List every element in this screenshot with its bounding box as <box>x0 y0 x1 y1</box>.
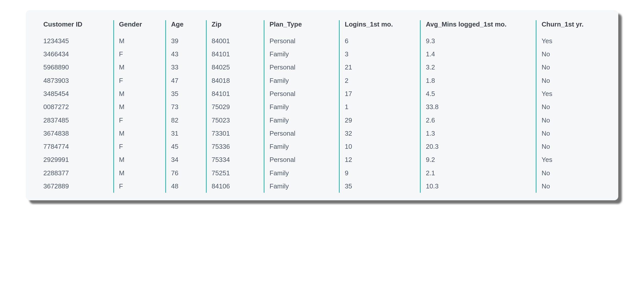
cell-avg-mins: 9.2 <box>420 153 536 166</box>
cell-plan-type: Personal <box>264 87 339 100</box>
header-row: Customer ID Gender Age Zip Plan_Type Log… <box>38 20 606 34</box>
cell-gender: F <box>114 74 166 87</box>
cell-gender: M <box>114 100 166 113</box>
cell-age: 76 <box>166 166 206 180</box>
cell-plan-type: Family <box>264 140 339 153</box>
cell-age: 45 <box>166 140 206 153</box>
cell-zip: 73301 <box>206 127 264 140</box>
cell-avg-mins: 4.5 <box>420 87 536 100</box>
cell-zip: 84106 <box>206 180 264 193</box>
header-logins: Logins_1st mo. <box>339 20 420 34</box>
cell-plan-type: Personal <box>264 34 339 47</box>
cell-logins: 17 <box>339 87 420 100</box>
cell-zip: 84025 <box>206 61 264 74</box>
cell-avg-mins: 33.8 <box>420 100 536 113</box>
cell-age: 34 <box>166 153 206 166</box>
cell-churn: Yes <box>536 87 606 100</box>
cell-logins: 12 <box>339 153 420 166</box>
cell-age: 43 <box>166 47 206 61</box>
cell-customer-id: 4873903 <box>38 74 114 87</box>
cell-logins: 21 <box>339 61 420 74</box>
cell-logins: 32 <box>339 127 420 140</box>
cell-customer-id: 7784774 <box>38 140 114 153</box>
cell-churn: No <box>536 61 606 74</box>
header-churn: Churn_1st yr. <box>536 20 606 34</box>
table-row: 2288377M7675251Family92.1No <box>38 166 606 180</box>
cell-churn: No <box>536 114 606 127</box>
cell-customer-id: 3674838 <box>38 127 114 140</box>
cell-logins: 2 <box>339 74 420 87</box>
cell-age: 47 <box>166 74 206 87</box>
cell-plan-type: Family <box>264 114 339 127</box>
cell-zip: 84001 <box>206 34 264 47</box>
table-row: 3672889F4884106Family3510.3No <box>38 180 606 193</box>
cell-logins: 35 <box>339 180 420 193</box>
header-age: Age <box>166 20 206 34</box>
header-customer-id: Customer ID <box>38 20 114 34</box>
cell-gender: F <box>114 140 166 153</box>
cell-age: 82 <box>166 114 206 127</box>
cell-customer-id: 3466434 <box>38 47 114 61</box>
cell-plan-type: Personal <box>264 127 339 140</box>
header-plan-type: Plan_Type <box>264 20 339 34</box>
header-avg-mins: Avg_Mins logged_1st mo. <box>420 20 536 34</box>
cell-churn: Yes <box>536 34 606 47</box>
cell-gender: M <box>114 87 166 100</box>
table-row: 0087272M7375029Family133.8No <box>38 100 606 113</box>
cell-zip: 75023 <box>206 114 264 127</box>
cell-gender: M <box>114 166 166 180</box>
cell-logins: 6 <box>339 34 420 47</box>
table-body: 1234345M3984001Personal69.3Yes3466434F43… <box>38 34 606 193</box>
cell-age: 39 <box>166 34 206 47</box>
cell-gender: F <box>114 180 166 193</box>
cell-churn: No <box>536 166 606 180</box>
cell-customer-id: 3672889 <box>38 180 114 193</box>
table-row: 4873903F4784018Family21.8No <box>38 74 606 87</box>
cell-zip: 84101 <box>206 47 264 61</box>
table-row: 2837485F8275023Family292.6No <box>38 114 606 127</box>
cell-customer-id: 5968890 <box>38 61 114 74</box>
cell-avg-mins: 2.1 <box>420 166 536 180</box>
cell-customer-id: 2929991 <box>38 153 114 166</box>
cell-avg-mins: 20.3 <box>420 140 536 153</box>
table-row: 5968890M3384025Personal213.2No <box>38 61 606 74</box>
cell-customer-id: 0087272 <box>38 100 114 113</box>
cell-customer-id: 3485454 <box>38 87 114 100</box>
table-row: 3674838M3173301Personal321.3No <box>38 127 606 140</box>
cell-avg-mins: 3.2 <box>420 61 536 74</box>
cell-age: 73 <box>166 100 206 113</box>
cell-customer-id: 2288377 <box>38 166 114 180</box>
header-zip: Zip <box>206 20 264 34</box>
cell-churn: No <box>536 74 606 87</box>
cell-zip: 84101 <box>206 87 264 100</box>
table-row: 7784774F4575336Family1020.3No <box>38 140 606 153</box>
customer-table: Customer ID Gender Age Zip Plan_Type Log… <box>38 20 606 193</box>
cell-zip: 84018 <box>206 74 264 87</box>
cell-age: 48 <box>166 180 206 193</box>
cell-plan-type: Family <box>264 47 339 61</box>
cell-logins: 1 <box>339 100 420 113</box>
cell-gender: M <box>114 127 166 140</box>
cell-avg-mins: 2.6 <box>420 114 536 127</box>
table-row: 2929991M3475334Personal129.2Yes <box>38 153 606 166</box>
table-row: 1234345M3984001Personal69.3Yes <box>38 34 606 47</box>
cell-zip: 75336 <box>206 140 264 153</box>
table-row: 3485454M3584101Personal174.5Yes <box>38 87 606 100</box>
cell-avg-mins: 1.4 <box>420 47 536 61</box>
cell-plan-type: Family <box>264 166 339 180</box>
cell-logins: 3 <box>339 47 420 61</box>
cell-avg-mins: 1.8 <box>420 74 536 87</box>
cell-zip: 75334 <box>206 153 264 166</box>
cell-plan-type: Family <box>264 180 339 193</box>
cell-plan-type: Personal <box>264 61 339 74</box>
cell-gender: M <box>114 61 166 74</box>
cell-churn: No <box>536 100 606 113</box>
cell-churn: Yes <box>536 153 606 166</box>
cell-avg-mins: 1.3 <box>420 127 536 140</box>
cell-age: 35 <box>166 87 206 100</box>
cell-customer-id: 1234345 <box>38 34 114 47</box>
cell-plan-type: Family <box>264 74 339 87</box>
cell-plan-type: Family <box>264 100 339 113</box>
cell-logins: 29 <box>339 114 420 127</box>
cell-gender: F <box>114 47 166 61</box>
